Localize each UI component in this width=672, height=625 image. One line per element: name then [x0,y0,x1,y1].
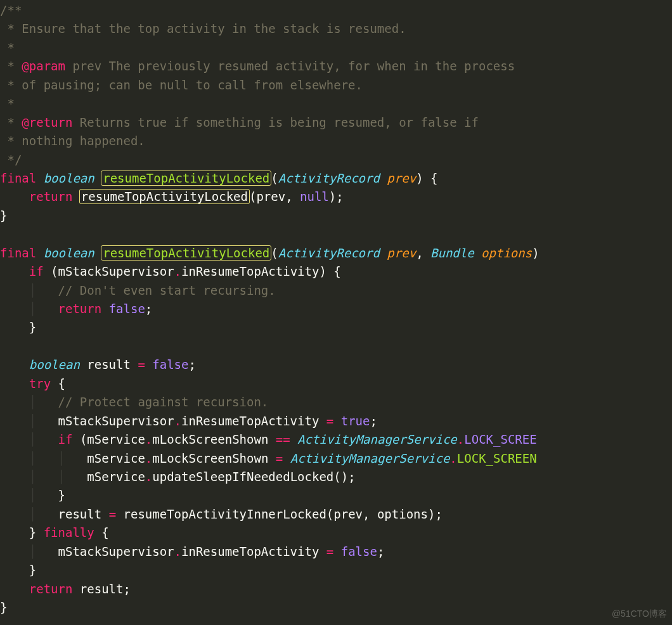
indent-guide: │ [58,451,65,465]
doc-line: * Ensure that the top activity in the st… [0,22,406,35]
brace-close: } [29,320,36,334]
doc-line: * of pausing; can be null to call from e… [0,78,363,92]
param-type: ActivityRecord [278,246,380,260]
indent-guide: │ [29,283,36,297]
ident: mService [87,432,145,446]
paren-open: ( [51,264,58,278]
indent-guide: │ [58,470,65,484]
ident: inResumeTopActivity [181,414,319,428]
ident: result [87,358,131,371]
paren-open: ( [271,171,278,185]
false-literal: false [109,302,145,316]
semicolon: ; [189,358,196,371]
true-literal: true [341,414,370,428]
doc-line: * [0,96,15,110]
brace-open: { [430,171,437,185]
type-boolean: boolean [44,246,94,260]
assign-op: = [138,358,145,371]
semicolon: ; [145,302,152,316]
false-literal: false [152,358,188,371]
indent-guide: │ [29,395,36,409]
dot-op: . [174,264,181,278]
dot-op: . [145,470,152,484]
dot-op: . [145,432,152,446]
args-end: ); [329,190,344,203]
keyword-final: final [0,246,36,260]
ident: inResumeTopActivity [181,264,319,278]
false-literal: false [341,544,377,558]
comment-line: // Protect against recursion. [58,395,269,409]
indent-guide: │ [29,414,36,428]
null-literal: null [300,190,329,203]
paren-open: ( [271,246,278,260]
param-prev: prev [387,171,416,185]
doc-comment-end: */ [0,153,22,167]
method-def-resumeTopActivityLocked: resumeTopActivityLocked [101,171,271,185]
doc-line: Returns true if something is being resum… [72,115,479,129]
brace-close: } [29,563,36,577]
param-type: ActivityRecord [278,171,380,185]
call-args: (); [333,470,355,484]
dot-op: . [145,451,152,465]
doc-comment-start: /** [0,3,22,17]
indent-guide: │ [29,451,36,465]
ident: mLockScreenShown [152,451,268,465]
semicolon: ; [370,414,377,428]
indent-guide: │ [29,544,36,558]
param-type: Bundle [430,246,474,260]
param-options: options [481,246,532,260]
dot-op: . [174,544,181,558]
doc-line: * nothing happened. [0,134,145,148]
javadoc-param-tag: @param [22,59,65,73]
brace-open: { [101,525,108,539]
comma: , [416,246,430,260]
paren-close: ) [319,264,326,278]
keyword-if: if [29,264,44,278]
watermark-text: @51CTO博客 [612,607,667,617]
method-call-resumeTopActivityLocked: resumeTopActivityLocked [80,190,249,203]
type-boolean: boolean [29,358,80,371]
ident: mService [87,451,145,465]
param-prev: prev [387,246,416,260]
assign-op: = [326,414,333,428]
constant: LOCK_SCREE [464,432,536,446]
semicolon: ; [377,544,384,558]
indent-guide: │ [29,507,36,521]
constant: LOCK_SCREEN [457,451,537,465]
brace-close: } [0,209,7,222]
keyword-return: return [29,190,73,203]
type-boolean: boolean [44,171,94,185]
brace-close: } [0,600,7,614]
dot-op: . [457,432,464,446]
assign-op: = [276,451,283,465]
keyword-try: try [29,377,51,390]
keyword-return: return [29,582,73,596]
brace-close: } [29,525,36,539]
method-call: updateSleepIfNeededLocked [152,470,333,484]
code-editor[interactable]: /** * Ensure that the top activity in th… [0,0,672,617]
semicolon: ; [124,582,131,596]
ident: result [80,582,124,596]
brace-close: } [58,488,65,502]
ident: mStackSupervisor [58,264,174,278]
doc-line: * [0,115,22,129]
keyword-if: if [58,432,73,446]
ident: mStackSupervisor [58,414,174,428]
ident: mService [87,470,145,484]
indent-guide: │ [29,488,36,502]
method-call: resumeTopActivityInnerLocked [124,507,326,521]
method-def-resumeTopActivityLocked-2: resumeTopActivityLocked [101,246,271,260]
keyword-finally: finally [44,525,94,539]
call-args: (prev, options); [326,507,443,521]
class-ref: ActivityManagerService [290,451,450,465]
doc-line: prev The previously resumed activity, fo… [65,59,515,73]
indent-guide: │ [29,470,36,484]
javadoc-return-tag: @return [22,115,72,129]
comment-line: // Don't even start recursing. [58,283,276,297]
ident: inResumeTopActivity [181,544,319,558]
keyword-final: final [0,171,36,185]
paren-close: ) [416,171,423,185]
ident: result [58,507,102,521]
indent-guide: │ [29,302,36,316]
assign-op: = [326,544,333,558]
